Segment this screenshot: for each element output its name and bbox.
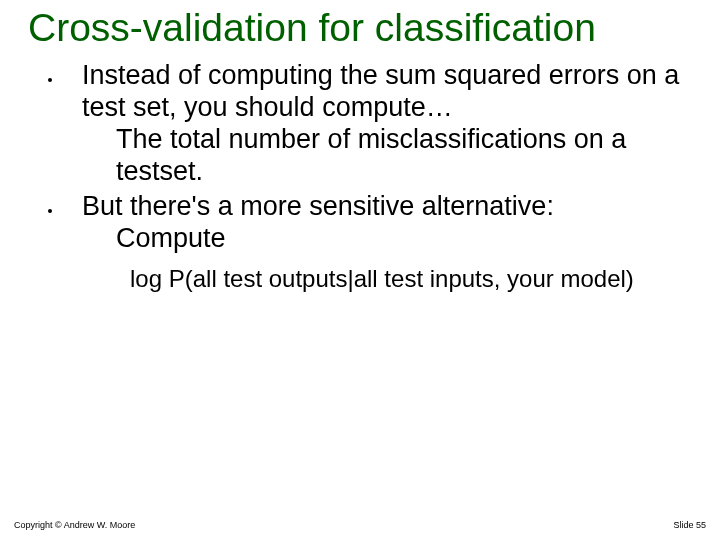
bullet-sub: The total number of misclassifications o…: [82, 124, 690, 188]
bullet-main: But there's a more sensitive alternative…: [82, 191, 554, 221]
bullet-main: Instead of computing the sum squared err…: [82, 60, 679, 122]
bullet-sub: Compute: [82, 223, 690, 255]
bullet-icon: [48, 209, 52, 213]
slide: Cross-validation for classification Inst…: [0, 0, 720, 540]
footer-slide-number: Slide 55: [673, 520, 706, 530]
bullet-item: Instead of computing the sum squared err…: [48, 60, 690, 187]
formula-text: log P(all test outputs|all test inputs, …: [48, 265, 690, 293]
bullet-text: Instead of computing the sum squared err…: [82, 60, 690, 187]
bullet-text: But there's a more sensitive alternative…: [82, 191, 690, 255]
bullet-icon: [48, 78, 52, 82]
slide-body: Instead of computing the sum squared err…: [0, 50, 720, 293]
footer-copyright: Copyright © Andrew W. Moore: [14, 520, 135, 530]
slide-title: Cross-validation for classification: [0, 0, 720, 50]
bullet-item: But there's a more sensitive alternative…: [48, 191, 690, 255]
